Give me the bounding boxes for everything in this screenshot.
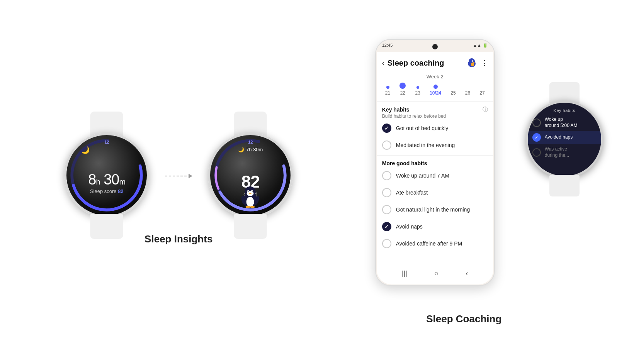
phone-screen-title: Sleep coaching (388, 59, 462, 68)
date-dot-22 (399, 83, 406, 89)
smartwatch-list: Woke uparound 5:00 AM Avoided naps Was a… (528, 113, 601, 162)
status-time: 12:45 (382, 43, 393, 48)
sleep-insights-section: As-Is 12 🌙 8h 30m (64, 119, 293, 245)
habit-check-avoid-naps[interactable] (382, 222, 391, 231)
date-item-26[interactable]: 26 (465, 86, 470, 96)
penguin-icon (240, 183, 261, 209)
date-item-22[interactable]: 22 (399, 83, 406, 96)
tobe-watch-container: To-Be 12 🌙 7h 30m (208, 119, 293, 218)
smartwatch-band-bottom (549, 175, 580, 196)
nav-home-icon[interactable]: ○ (434, 269, 439, 278)
svg-point-23 (472, 61, 473, 61)
smartwatch-text-1: Woke uparound 5:00 AM (545, 117, 578, 129)
habit-check-natural-light[interactable] (382, 205, 391, 214)
watch-crown (148, 169, 149, 181)
smartwatch-body: Key habits Woke uparound 5:00 AM Avoided… (526, 101, 603, 178)
phone-header: ‹ Sleep coaching (377, 52, 493, 72)
status-bar: 12:45 ▲▲ 🔋 (382, 43, 488, 48)
key-habits-title: Key habits (382, 107, 410, 113)
divider-1 (377, 101, 493, 102)
week-label: Week 2 (377, 72, 493, 83)
bird-icon (466, 57, 478, 69)
smartwatch-item-1[interactable]: Woke uparound 5:00 AM (528, 114, 601, 131)
smartwatch-container: Key habits Woke uparound 5:00 AM Avoided… (526, 101, 603, 178)
smartwatch-text-2: Avoided naps (545, 134, 573, 141)
habit-check-ate-breakfast[interactable] (382, 188, 391, 197)
habit-check-no-caffeine[interactable] (382, 239, 391, 248)
key-habits-sub: Build habits to relax before bed (382, 113, 488, 119)
habit-no-caffeine: Avoided caffeine after 9 PM (377, 235, 493, 252)
svg-point-11 (248, 191, 249, 191)
smartwatch-circle-1 (532, 119, 541, 127)
key-habits-header-row: Key habits ⓘ (382, 106, 488, 113)
date-num-1024: 10/24 (430, 90, 441, 96)
date-dot-23 (416, 86, 419, 89)
svg-point-13 (252, 191, 253, 191)
info-icon[interactable]: ⓘ (483, 106, 488, 113)
asis-arc (66, 135, 147, 215)
date-dot-26 (466, 86, 469, 89)
arrow-head (189, 174, 192, 178)
smartwatch-item-2[interactable]: Avoided naps (528, 131, 601, 144)
dashed-arrow (165, 174, 192, 178)
more-habits-title: More good habits (377, 157, 493, 167)
watches-row: As-Is 12 🌙 8h 30m (64, 119, 293, 218)
date-num-26: 26 (465, 90, 470, 96)
smartwatch-circle-2 (532, 133, 541, 142)
date-num-25: 25 (450, 90, 456, 96)
date-dot-21 (386, 86, 389, 89)
tobe-sleep-display: 🌙 7h 30m (210, 147, 291, 152)
habit-text-woke-up: Woke up around 7 AM (396, 173, 449, 179)
date-item-25[interactable]: 25 (450, 86, 456, 96)
habit-natural-light: Got natural light in the morning (377, 201, 493, 218)
smartwatch-circle-3 (532, 148, 541, 157)
status-icons: ▲▲ 🔋 (473, 43, 488, 48)
smartwatch-text-3: Was activeduring the... (545, 146, 569, 158)
habit-ate-breakfast: Ate breakfast (377, 184, 493, 201)
svg-point-6 (246, 197, 254, 207)
habit-check-got-out[interactable] (382, 124, 391, 133)
smartwatch-crown (603, 136, 603, 146)
sleep-coaching-section: 12:45 ▲▲ 🔋 ‹ Sleep coaching (375, 39, 553, 325)
asis-band-bottom (90, 214, 123, 239)
main-container: As-Is 12 🌙 8h 30m (0, 0, 617, 364)
divider-2 (377, 155, 493, 156)
sleep-coaching-title: Sleep Coaching (426, 313, 501, 325)
devices-row: 12:45 ▲▲ 🔋 ‹ Sleep coaching (375, 39, 553, 301)
habit-check-woke-up[interactable] (382, 171, 391, 180)
asis-watch-body: 12 🌙 8h 30m Sleep score 82 (64, 133, 149, 218)
date-dot-1024 (433, 85, 438, 89)
tobe-watch-outer: 12 🌙 7h 30m 82 Good (208, 133, 293, 218)
tobe-12-marker: 12 (248, 140, 253, 144)
asis-12-marker: 12 (104, 140, 109, 144)
smartwatch-title: Key habits (554, 108, 575, 113)
svg-point-24 (471, 63, 474, 66)
date-num-23: 23 (415, 90, 420, 96)
asis-watch-outer: 12 🌙 8h 30m Sleep score 82 (64, 133, 149, 218)
phone: 12:45 ▲▲ 🔋 ‹ Sleep coaching (375, 39, 495, 286)
habit-text-no-caffeine: Avoided caffeine after 9 PM (396, 240, 462, 247)
nav-menu-icon[interactable]: ||| (402, 269, 407, 278)
smartwatch-item-3[interactable]: Was activeduring the... (528, 144, 601, 161)
date-num-22: 22 (400, 90, 405, 96)
date-item-23[interactable]: 23 (415, 86, 420, 96)
date-item-1024[interactable]: 10/24 (430, 85, 441, 96)
back-button[interactable]: ‹ (382, 59, 384, 67)
nav-back-icon[interactable]: ‹ (466, 269, 468, 278)
tobe-watch-crown (292, 169, 293, 181)
tobe-time: 7h 30m (246, 147, 263, 152)
habit-woke-up: Woke up around 7 AM (377, 167, 493, 184)
more-menu-button[interactable]: ⋮ (481, 59, 488, 67)
smartwatch-outer: Key habits Woke uparound 5:00 AM Avoided… (526, 101, 603, 178)
habit-text-got-out: Got out of bed quickly (396, 125, 448, 131)
habit-text-avoid-naps: Avoid naps (396, 223, 423, 230)
date-item-21[interactable]: 21 (385, 86, 390, 96)
habit-text-ate-breakfast: Ate breakfast (396, 190, 428, 196)
date-item-27[interactable]: 27 (479, 86, 484, 96)
habit-avoid-naps: Avoid naps (377, 218, 493, 235)
habit-got-out-of-bed: Got out of bed quickly (377, 120, 493, 137)
phone-nav-bar: ||| ○ ‹ (377, 266, 493, 281)
date-row: 21 22 23 (377, 83, 493, 100)
tobe-band-bottom (234, 214, 267, 239)
habit-check-meditated[interactable] (382, 141, 391, 150)
